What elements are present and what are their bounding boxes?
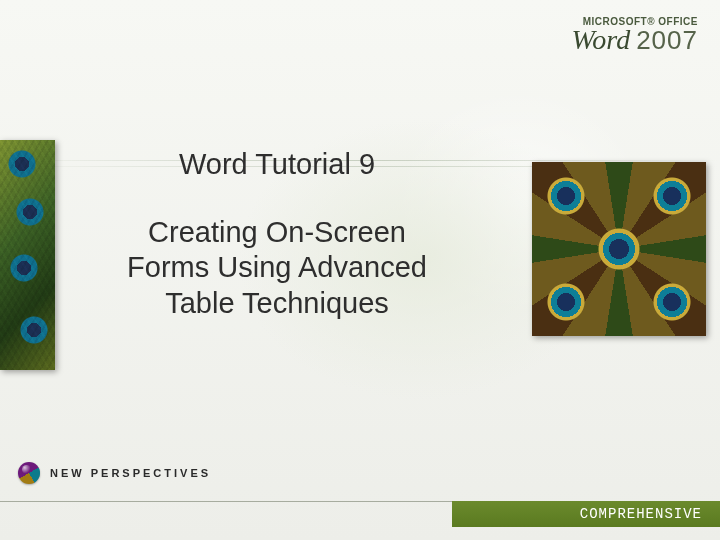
tutorial-title: Creating On-Screen Forms Using Advanced … (112, 215, 442, 321)
brand-product-year: 2007 (636, 28, 698, 53)
series-mark: NEW PERSPECTIVES (18, 462, 211, 484)
title-block: Word Tutorial 9 Creating On-Screen Forms… (112, 148, 442, 321)
decorative-feather-strip (0, 140, 55, 370)
product-brand: MICROSOFT® OFFICE Word 2007 (572, 16, 698, 54)
decorative-feather-tile (532, 162, 706, 336)
brand-product-line: Word 2007 (572, 27, 698, 54)
brand-product-name: Word (572, 27, 631, 54)
series-label: NEW PERSPECTIVES (50, 467, 211, 479)
level-badge: COMPREHENSIVE (452, 501, 720, 527)
level-label: COMPREHENSIVE (580, 506, 702, 522)
series-logo-icon (18, 462, 40, 484)
tutorial-number: Word Tutorial 9 (112, 148, 442, 181)
